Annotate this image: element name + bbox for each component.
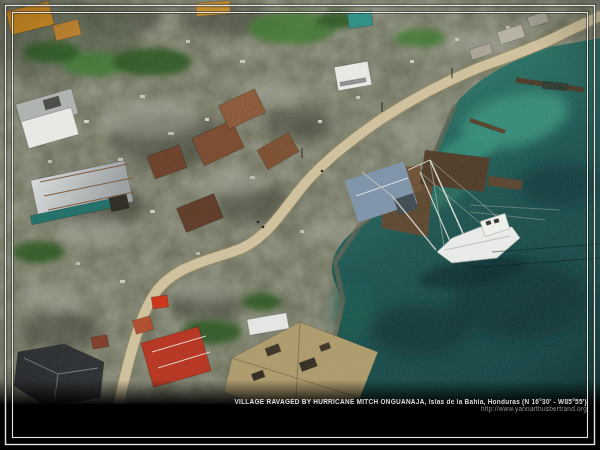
aerial-photo-scene <box>0 0 600 450</box>
wallpaper-photo: VILLAGE RAVAGED BY HURRICANE MITCH ONGUA… <box>0 0 600 450</box>
photo-credit-url: http://www.yannarthusbertrand.org <box>234 405 587 412</box>
caption-title: VILLAGE RAVAGED BY HURRICANE MITCH ONGUA… <box>234 398 587 405</box>
caption: VILLAGE RAVAGED BY HURRICANE MITCH ONGUA… <box>234 398 587 412</box>
